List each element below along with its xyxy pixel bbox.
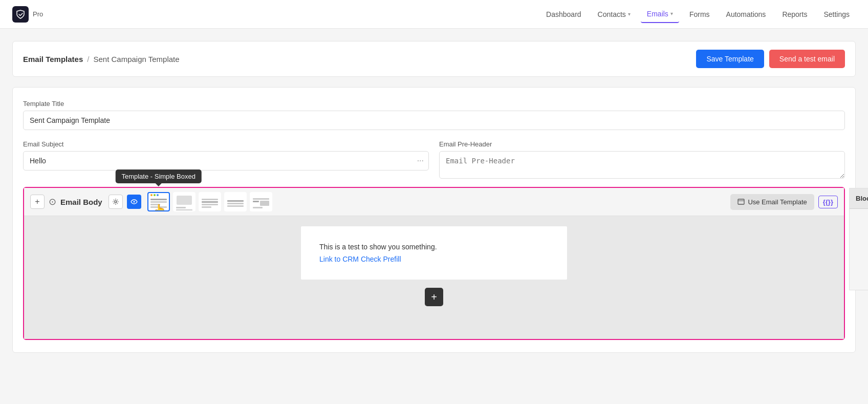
no-block-selected-message: No block selected.: [850, 209, 868, 237]
breadcrumb-actions: Save Template Send a test email: [696, 50, 845, 68]
add-content-block-button[interactable]: +: [425, 288, 443, 306]
template-thumb-1[interactable]: 👆: [147, 192, 170, 211]
nav-forms[interactable]: Forms: [683, 6, 716, 23]
svg-rect-2: [738, 199, 744, 204]
svg-point-1: [133, 201, 135, 203]
template-thumbnails: Template - Simple Boxed 👆: [147, 192, 272, 211]
nav-automations[interactable]: Automations: [720, 6, 772, 23]
email-subject-group: Email Subject ···: [23, 140, 429, 179]
email-subject-input[interactable]: [23, 151, 429, 171]
email-crm-link[interactable]: Link to CRM Check Prefill: [319, 255, 401, 263]
gear-icon[interactable]: ⊙: [49, 196, 56, 207]
template-title-label: Template Title: [23, 100, 845, 108]
main-content: Email Templates / Sent Campaign Template…: [0, 29, 868, 404]
email-preheader-input[interactable]: [439, 151, 845, 179]
logo: Pro: [12, 6, 43, 23]
block-settings-panel: Block Settings ↩ ↪ No block selected.: [849, 188, 868, 290]
editor-toolbar: + ⊙ Email Body: [24, 188, 844, 216]
email-body-text: This is a test to show you something.: [319, 243, 549, 251]
email-preheader-group: Email Pre-Header: [439, 140, 845, 179]
preview-icon[interactable]: [127, 195, 141, 209]
email-body-label: Email Body: [60, 198, 102, 206]
subject-wrapper: ···: [23, 151, 429, 171]
nav-dashboard[interactable]: Dashboard: [540, 6, 588, 23]
breadcrumb-link[interactable]: Email Templates: [23, 55, 83, 63]
block-settings-header: Block Settings ↩ ↪: [850, 188, 868, 209]
nav-settings[interactable]: Settings: [817, 6, 856, 23]
contacts-chevron-icon: ▾: [628, 11, 631, 17]
breadcrumb: Email Templates / Sent Campaign Template: [23, 55, 180, 63]
top-nav: Pro Dashboard Contacts ▾ Emails ▾ Forms …: [0, 0, 868, 29]
email-content-block: This is a test to show you something. Li…: [301, 226, 567, 280]
emails-chevron-icon: ▾: [670, 11, 673, 16]
template-thumb-5[interactable]: [250, 192, 272, 211]
svg-point-0: [115, 201, 117, 203]
email-canvas: This is a test to show you something. Li…: [24, 216, 844, 339]
template-thumb-2[interactable]: [173, 192, 196, 211]
email-editor: + ⊙ Email Body: [23, 187, 845, 340]
merge-tags-button[interactable]: {{}}: [818, 196, 838, 208]
template-title-group: Template Title: [23, 100, 845, 130]
nav-emails[interactable]: Emails ▾: [641, 6, 679, 23]
template-thumb-wrapper: Template - Simple Boxed 👆: [147, 192, 170, 211]
toolbar-right: Use Email Template {{}}: [730, 194, 838, 210]
form-area: Template Title Email Subject ··· Email P…: [12, 87, 856, 353]
subject-options-icon[interactable]: ···: [417, 156, 424, 165]
email-subject-label: Email Subject: [23, 140, 429, 148]
email-preheader-label: Email Pre-Header: [439, 140, 845, 148]
breadcrumb-current: Sent Campaign Template: [93, 55, 179, 63]
logo-icon: [12, 6, 29, 23]
breadcrumb-bar: Email Templates / Sent Campaign Template…: [12, 41, 856, 77]
nav-links: Dashboard Contacts ▾ Emails ▾ Forms Auto…: [540, 6, 856, 23]
send-test-button[interactable]: Send a test email: [769, 50, 845, 68]
add-block-toolbar-button[interactable]: +: [30, 195, 45, 209]
template-title-input[interactable]: [23, 111, 845, 130]
save-template-button[interactable]: Save Template: [696, 50, 764, 68]
breadcrumb-separator: /: [87, 55, 89, 63]
nav-reports[interactable]: Reports: [776, 6, 813, 23]
template-tooltip: Template - Simple Boxed: [115, 169, 202, 183]
template-thumb-3[interactable]: [199, 192, 221, 211]
block-settings-title: Block Settings: [856, 195, 868, 202]
use-email-template-button[interactable]: Use Email Template: [730, 194, 814, 210]
settings-icon[interactable]: [108, 195, 123, 209]
nav-contacts[interactable]: Contacts ▾: [592, 6, 637, 23]
template-thumb-4[interactable]: [224, 192, 247, 211]
nav-pro-label: Pro: [33, 10, 43, 18]
template-icon: [737, 198, 745, 205]
